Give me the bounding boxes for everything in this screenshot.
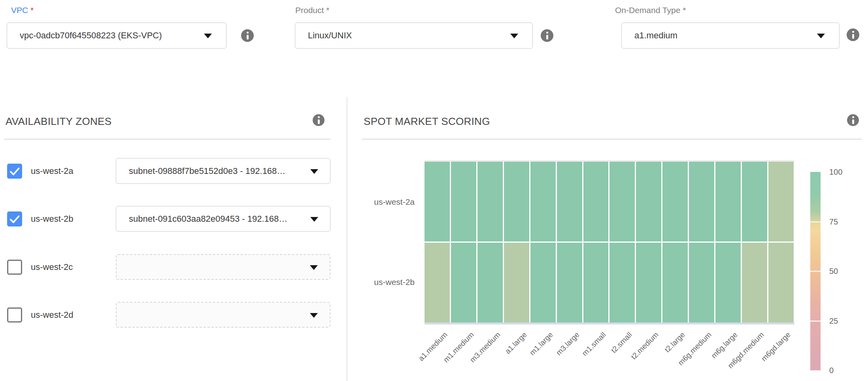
on-demand-type-select-value: a1.medium [634,30,677,41]
heatmap-cell-us-west-2a-t2.small [609,162,635,241]
heatmap-cell-us-west-2a-m1.large [530,162,556,241]
heatmap-cell-us-west-2a-m1.small [583,162,609,241]
info-icon [546,35,548,40]
heatmap-cell-us-west-2b-m1.small [583,243,609,323]
product-info-icon[interactable] [541,29,553,42]
vpc-label-text: VPC [11,6,28,15]
az-row-us-west-2c: us-west-2c [0,254,347,280]
heatmap-cell-us-west-2a-m3.medium [477,162,503,241]
heatmap-cell-us-west-2b-m6gd.medium [742,243,767,323]
zone-label: us-west-2a [31,166,74,176]
check-icon [7,164,22,179]
heatmap-ylabel-us-west-2a: us-west-2a [347,197,415,207]
heatmap-cell-us-west-2b-m3.large [557,243,582,323]
colorbar-label-50: 50 [829,267,838,276]
info-icon [546,32,548,34]
subnet-select-us-west-2a[interactable]: subnet-09888f7be5152d0e3 - 192.168… [116,158,330,184]
info-icon [852,31,854,33]
zone-label: us-west-2b [31,214,74,224]
heatmap-cell-us-west-2a-t2.medium [636,162,661,241]
spot-market-scoring-title: SPOT MARKET SCORING [364,115,490,128]
heatmap-cell-us-west-2b-m3.medium [477,243,503,323]
on-demand-type-label: On-Demand Type * [615,6,686,15]
subnet-select-us-west-2c[interactable] [116,254,330,280]
info-icon [247,35,249,40]
info-icon [318,116,320,118]
info-icon [852,116,854,118]
heatmap-cell-us-west-2b-t2.medium [636,243,661,323]
colorbar-label-25: 25 [829,317,838,326]
heatmap-colorbar [810,172,821,370]
zone-label: us-west-2d [31,310,74,320]
heatmap-ylabel-us-west-2b: us-west-2b [347,277,415,287]
heatmap-cell-us-west-2a-m6g.medium [689,162,714,241]
colorbar-label-0: 0 [829,366,834,375]
subnet-select-value: subnet-091c603aa82e09453 - 192.168… [129,214,287,224]
heatmap-cell-us-west-2b-t2.small [609,243,635,323]
az-row-us-west-2b: us-west-2bsubnet-091c603aa82e09453 - 192… [0,206,347,232]
info-icon [852,34,854,39]
section-divider [347,97,347,381]
heatmap-cell-us-west-2b-m6g.large [715,243,741,323]
heatmap-cell-us-west-2b-m1.medium [451,243,476,323]
info-icon [852,119,854,124]
chevron-down-icon [817,34,825,38]
chevron-down-icon [510,34,518,38]
on-demand-type-info-icon[interactable] [847,28,859,41]
product-label-text: Product [295,6,324,15]
product-select[interactable]: Linux/UNIX [295,23,533,49]
colorbar-label-100: 100 [829,168,842,177]
heatmap-cell-us-west-2b-t2.large [662,243,688,323]
vpc-label: VPC * [11,6,34,15]
az-row-us-west-2a: us-west-2asubnet-09888f7be5152d0e3 - 192… [0,158,347,184]
heatmap-cell-us-west-2a-t2.large [662,162,688,241]
zone-checkbox-us-west-2a[interactable] [7,164,22,179]
heatmap-cell-us-west-2a-m6gd.medium [742,162,767,241]
vpc-select[interactable]: vpc-0adcb70f645508223 (EKS-VPC) [7,23,226,49]
zone-checkbox-us-west-2d[interactable] [7,307,22,323]
availability-zones-underline [4,139,330,140]
vpc-info-icon[interactable] [241,29,254,42]
availability-zones-info-icon[interactable] [313,114,325,126]
subnet-select-us-west-2b[interactable]: subnet-091c603aa82e09453 - 192.168… [116,206,330,232]
info-icon [318,119,320,124]
availability-zones-title: AVAILABILITY ZONES [6,115,111,128]
spot-console-page: VPC * vpc-0adcb70f645508223 (EKS-VPC) Pr… [0,0,868,381]
zone-checkbox-us-west-2c[interactable] [7,260,22,275]
vpc-required-asterisk: * [30,6,34,15]
heatmap-cell-us-west-2a-m1.medium [451,162,476,241]
chevron-down-icon [310,169,318,174]
heatmap-cell-us-west-2b-a1.large [504,243,529,323]
heatmap-axis-line [425,323,794,324]
on-demand-type-select[interactable]: a1.medium [621,23,840,49]
zone-label: us-west-2c [31,262,73,272]
az-row-us-west-2d: us-west-2d [0,302,347,328]
heatmap-cell-us-west-2b-a1.medium [425,243,450,323]
chevron-down-icon [310,265,318,270]
chevron-down-icon [310,313,318,318]
on-demand-type-label-text: On-Demand Type [615,6,680,15]
heatmap-cell-us-west-2a-m6gd.large [768,162,794,241]
info-icon [247,32,249,34]
product-label: Product * [295,6,329,15]
spot-market-scoring-underline [362,139,862,140]
check-icon [7,211,22,226]
heatmap-cell-us-west-2b-m6gd.large [768,243,794,323]
subnet-select-us-west-2d[interactable] [116,302,330,328]
colorbar-tick-line [810,221,821,223]
product-required-asterisk: * [326,6,329,15]
subnet-select-value: subnet-09888f7be5152d0e3 - 192.168… [129,166,285,176]
vpc-select-value: vpc-0adcb70f645508223 (EKS-VPC) [20,30,162,41]
spot-market-heatmap [425,162,794,323]
heatmap-cell-us-west-2a-m3.large [557,162,582,241]
heatmap-cell-us-west-2b-m1.large [530,243,556,323]
heatmap-cell-us-west-2a-m6g.large [715,162,741,241]
colorbar-tick-line [810,271,821,272]
product-select-value: Linux/UNIX [308,30,352,41]
chevron-down-icon [310,217,318,222]
zone-checkbox-us-west-2b[interactable] [7,211,22,226]
colorbar-label-75: 75 [829,217,838,226]
spot-market-scoring-info-icon[interactable] [847,114,859,126]
colorbar-tick-line [810,321,821,322]
chevron-down-icon [204,34,212,38]
